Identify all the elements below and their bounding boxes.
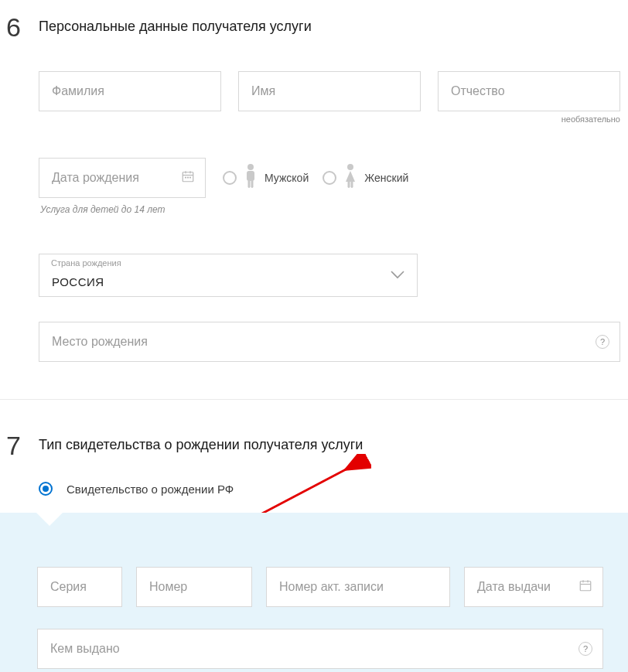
help-icon[interactable]: ? <box>596 335 609 349</box>
gender-male-label: Мужской <box>265 172 309 184</box>
help-icon[interactable]: ? <box>579 642 592 656</box>
calendar-icon[interactable] <box>181 169 195 186</box>
section-content: Фамилия Имя Отчество необязательно Дата … <box>0 40 628 362</box>
svg-point-5 <box>187 177 188 178</box>
dob-gender-row: Дата рождения <box>39 158 620 198</box>
chevron-down-icon <box>390 268 405 282</box>
lastname-input[interactable]: Фамилия <box>39 71 221 111</box>
radio-female[interactable] <box>323 171 336 185</box>
birthplace-input[interactable]: Место рождения <box>39 322 620 362</box>
step-title: Персональные данные получателя услуги <box>39 14 312 35</box>
section-certificate-type: 7 Тип свидетельства о рождении получател… <box>0 400 628 672</box>
svg-point-11 <box>347 164 353 170</box>
series-field: Серия <box>37 567 122 607</box>
svg-rect-8 <box>247 171 254 181</box>
svg-rect-13 <box>351 181 353 188</box>
issued-by-field: Кем выдано ? <box>37 629 603 669</box>
lastname-field: Фамилия <box>39 71 221 124</box>
female-icon <box>341 163 360 193</box>
cert-row-1: Серия Номер Номер акт. записи Дата выдач… <box>37 567 603 607</box>
dob-field: Дата рождения <box>39 158 206 198</box>
dob-hint: Услуга для детей до 14 лет <box>39 204 620 215</box>
section-header: 7 Тип свидетельства о рождении получател… <box>0 432 628 459</box>
radio-male[interactable] <box>223 171 237 185</box>
middlename-field: Отчество необязательно <box>438 71 620 124</box>
certificate-radio-row[interactable]: Свидетельство о рождении РФ <box>0 482 628 496</box>
svg-point-7 <box>247 164 254 170</box>
svg-rect-10 <box>251 180 254 188</box>
step-number: 6 <box>0 14 39 40</box>
issued-by-input[interactable]: Кем выдано <box>37 629 603 669</box>
panel-notch <box>36 500 63 526</box>
name-row: Фамилия Имя Отчество необязательно <box>39 71 620 124</box>
svg-rect-15 <box>580 582 591 591</box>
gender-female[interactable]: Женский <box>323 163 408 193</box>
middlename-input[interactable]: Отчество <box>438 71 620 111</box>
calendar-icon[interactable] <box>579 578 592 595</box>
section-header: 6 Персональные данные получателя услуги <box>0 14 628 40</box>
svg-point-6 <box>189 177 190 178</box>
section-personal-data: 6 Персональные данные получателя услуги … <box>0 0 628 385</box>
birthplace-field: Место рождения ? <box>39 322 620 362</box>
act-number-input[interactable]: Номер акт. записи <box>266 567 450 607</box>
series-input[interactable]: Серия <box>37 567 122 607</box>
gender-female-label: Женский <box>364 172 408 184</box>
radio-birth-cert-rf[interactable] <box>39 482 53 496</box>
gender-group: Мужской Женский <box>223 163 408 193</box>
male-icon <box>241 163 260 193</box>
firstname-field: Имя <box>238 71 421 124</box>
firstname-input[interactable]: Имя <box>238 71 421 111</box>
radio-birth-cert-rf-label: Свидетельство о рождении РФ <box>67 483 234 496</box>
issue-date-field: Дата выдачи <box>464 567 603 607</box>
certificate-panel-wrap: Серия Номер Номер акт. записи Дата выдач… <box>0 513 628 672</box>
gender-male[interactable]: Мужской <box>223 163 309 193</box>
birth-country-label: Страна рождения <box>51 258 121 268</box>
step-number: 7 <box>0 432 39 459</box>
number-field: Номер <box>136 567 252 607</box>
certificate-panel: Серия Номер Номер акт. записи Дата выдач… <box>0 513 628 672</box>
middlename-optional-hint: необязательно <box>438 114 620 124</box>
act-number-field: Номер акт. записи <box>266 567 450 607</box>
step-title: Тип свидетельства о рождении получателя … <box>39 432 363 453</box>
svg-rect-9 <box>248 180 251 188</box>
birth-country-select[interactable]: Страна рождения РОССИЯ <box>39 254 418 297</box>
number-input[interactable]: Номер <box>136 567 252 607</box>
svg-rect-12 <box>348 181 350 188</box>
svg-point-4 <box>185 177 186 178</box>
